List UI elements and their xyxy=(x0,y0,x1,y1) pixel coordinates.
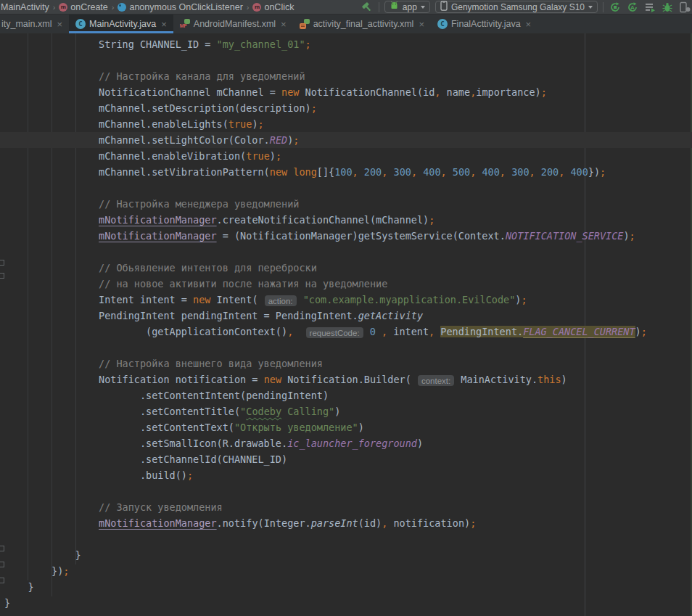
run-config-label: app xyxy=(403,2,417,12)
device-select[interactable]: Genymotion Samsung Galaxy S10 xyxy=(435,1,598,13)
code-text-area[interactable]: String CHANNEL_ID = "my_channel_01"; // … xyxy=(0,36,692,611)
code-line: Notification notification = new Notifica… xyxy=(4,371,692,387)
code-line: mChannel.setVibrationPattern(new long[]{… xyxy=(4,164,692,180)
code-line: (getApplicationContext(), requestCode: 0… xyxy=(4,324,692,340)
code-line: .setChannelId(CHANNEL_ID) xyxy=(4,451,692,467)
editor-tabs: ity_main.xml×MainActivity.java×MFAndroid… xyxy=(0,15,692,33)
code-line: .build(); xyxy=(4,467,692,483)
method-icon: m xyxy=(59,3,67,12)
toolbar-divider xyxy=(379,2,379,12)
code-line: mNotificationManager.notify(Integer.pars… xyxy=(4,515,692,531)
fold-marker[interactable] xyxy=(0,260,4,266)
java-class-icon xyxy=(437,19,448,29)
code-line: Intent intent = new Intent( action: "com… xyxy=(4,292,692,308)
apply-code-changes-icon[interactable]: A xyxy=(626,1,638,13)
device-label: Genymotion Samsung Galaxy S10 xyxy=(451,2,585,12)
breadcrumb-label: MainActivity xyxy=(1,2,49,12)
code-line xyxy=(4,483,692,499)
code-line: // Настройка канала для уведомлений xyxy=(4,68,692,84)
toolbar-divider xyxy=(603,2,604,12)
tab-activity_final_acttivity.xml[interactable]: activity_final_acttivity.xml× xyxy=(293,15,431,33)
code-line: mChannel.enableVibration(true); xyxy=(4,148,692,164)
code-line: // Обьявление интентов для переброски xyxy=(4,260,692,276)
code-line xyxy=(4,531,692,547)
anonymous-class-icon xyxy=(118,3,126,12)
tab-label: activity_final_acttivity.xml xyxy=(313,19,414,29)
code-line: // Настройка внешнего вида уведомления xyxy=(4,356,692,371)
code-line: } xyxy=(4,595,692,611)
close-tab-icon[interactable]: × xyxy=(526,20,532,29)
breadcrumb-label: anonymous OnClickListener xyxy=(129,2,242,12)
run-with-coverage-icon[interactable] xyxy=(643,1,656,13)
code-line: .setContentIntent(pendingIntent) xyxy=(4,387,692,403)
fold-marker[interactable] xyxy=(0,578,4,583)
breadcrumb-separator: › xyxy=(112,3,115,12)
tab-FinalActtivity.java[interactable]: FinalActtivity.java× xyxy=(431,15,537,33)
method-icon: m xyxy=(252,3,261,12)
inlay-hint: action: xyxy=(265,295,297,306)
code-line: // Настройка менеджера уведомлений xyxy=(4,196,692,212)
code-line: } xyxy=(4,547,692,563)
code-line: NotificationChannel mChannel = new Notif… xyxy=(4,84,692,100)
code-line: mChannel.enableLights(true); xyxy=(4,116,692,132)
tab-MainActivity.java[interactable]: MainActivity.java× xyxy=(69,15,173,33)
code-line: mNotificationManager = (NotificationMana… xyxy=(4,228,692,244)
debug-icon[interactable] xyxy=(661,1,673,13)
breadcrumb-label: onClick xyxy=(264,2,294,12)
tab-label: FinalActtivity.java xyxy=(451,19,521,29)
inlay-hint: context: xyxy=(418,375,454,386)
code-line: // на новое активити после нажатия на ув… xyxy=(4,276,692,292)
main-toolbar: MainActivity›monCreate›anonymous OnClick… xyxy=(0,0,692,15)
breadcrumb-item-mainactivity[interactable]: MainActivity xyxy=(1,2,49,12)
run-configuration-select[interactable]: app xyxy=(384,1,430,13)
phone-icon xyxy=(440,1,448,13)
fold-marker[interactable] xyxy=(0,273,4,279)
build-hammer-icon[interactable] xyxy=(361,1,374,13)
code-line: .setContentText("Открыть уведомление") xyxy=(4,419,692,435)
close-tab-icon[interactable]: × xyxy=(57,20,62,29)
breadcrumb-item-onclick[interactable]: monClick xyxy=(252,2,294,12)
svg-text:A: A xyxy=(630,4,635,11)
tab-label: AndroidManifest.xml xyxy=(194,19,276,29)
apply-changes-restart-icon[interactable] xyxy=(609,1,621,13)
code-line: }); xyxy=(4,563,692,579)
code-line: String CHANNEL_ID = "my_channel_01"; xyxy=(4,36,692,52)
toolbar-actions: app Genymotion Samsung Galaxy S10 A xyxy=(361,0,692,14)
code-line: mChannel.setDescription(description); xyxy=(4,100,692,116)
layout-xml-icon xyxy=(300,19,310,29)
fold-marker[interactable] xyxy=(0,546,4,551)
code-line-current: mChannel.setLightColor(Color.RED); xyxy=(0,132,692,148)
fold-marker[interactable] xyxy=(0,562,4,567)
close-tab-icon[interactable]: × xyxy=(161,20,167,29)
tab-AndroidManifest.xml[interactable]: MFAndroidManifest.xml× xyxy=(173,15,293,33)
code-line: PendingIntent pendingIntent = PendingInt… xyxy=(4,308,692,324)
usage-highlight: PendingIntent. xyxy=(440,326,523,337)
breadcrumb-item-anonymous-onclicklistener[interactable]: anonymous OnClickListener xyxy=(118,2,242,12)
breadcrumb: MainActivity›monCreate›anonymous OnClick… xyxy=(0,0,294,14)
breadcrumb-label: onCreate xyxy=(70,2,107,12)
tab-ity_main.xml[interactable]: ity_main.xml× xyxy=(0,15,69,33)
android-robot-icon xyxy=(390,1,399,12)
code-line xyxy=(4,340,692,356)
inlay-hint: requestCode: xyxy=(306,327,363,338)
code-line xyxy=(4,52,692,68)
code-line: .setContentTitle("Codeby Calling") xyxy=(4,403,692,419)
breadcrumb-item-oncreate[interactable]: monCreate xyxy=(59,2,107,12)
tab-label: MainActivity.java xyxy=(89,19,156,29)
usage-highlight: FLAG_CANCEL_CURRENT xyxy=(523,326,635,337)
code-line: // Запуск уведомления xyxy=(4,499,692,515)
chevron-down-icon xyxy=(588,6,593,9)
code-line: .setSmallIcon(R.drawable.ic_launcher_for… xyxy=(4,435,692,451)
breadcrumb-separator: › xyxy=(53,3,56,12)
breadcrumb-separator: › xyxy=(247,3,250,12)
code-line xyxy=(4,180,692,196)
close-tab-icon[interactable]: × xyxy=(419,20,424,29)
code-line: mNotificationManager.createNotificationC… xyxy=(4,212,692,228)
code-line xyxy=(4,244,692,260)
close-tab-icon[interactable]: × xyxy=(281,20,287,29)
attach-debugger-icon[interactable] xyxy=(678,1,691,13)
manifest-file-icon: MF xyxy=(180,19,190,29)
code-editor[interactable]: String CHANNEL_ID = "my_channel_01"; // … xyxy=(0,33,692,616)
code-line: } xyxy=(4,579,692,595)
chevron-down-icon xyxy=(421,6,425,9)
